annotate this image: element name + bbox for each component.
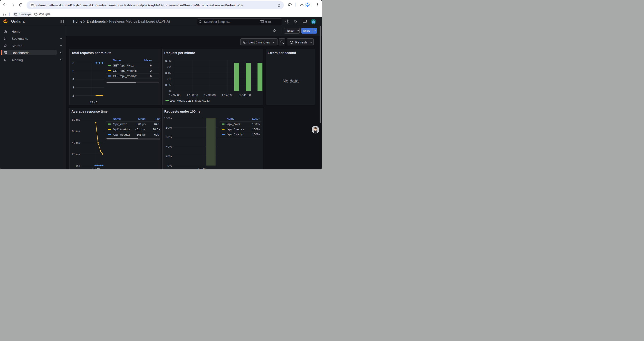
legend-header-last[interactable]: Last *	[156, 117, 160, 121]
table-border	[106, 127, 159, 127]
refresh-group-divider	[308, 39, 308, 45]
table-border	[106, 73, 159, 74]
site-settings-icon[interactable]	[30, 3, 35, 8]
download-icon[interactable]	[300, 3, 304, 7]
refresh-button-group[interactable]: Refresh	[287, 38, 314, 46]
legend-stat: Mean: 0.233	[177, 99, 193, 102]
time-range-picker[interactable]: Last 5 minutes	[240, 38, 278, 46]
help-icon[interactable]	[285, 20, 289, 24]
legend-value: 6	[150, 64, 152, 67]
chevron-down-icon[interactable]	[60, 59, 62, 61]
legend-value: 100%	[252, 122, 260, 126]
chevron-down-icon[interactable]	[60, 38, 62, 39]
legend-scrollbar-thumb[interactable]	[106, 82, 136, 83]
bookmark-blogs[interactable]: 收藏博客	[33, 12, 58, 17]
forward-icon[interactable]	[11, 3, 15, 7]
legend-header-mean[interactable]: Mean	[138, 117, 146, 121]
sidebar-item-label: Starred	[12, 44, 22, 47]
search-input[interactable]: Search or jump to... ⌘+k	[197, 19, 282, 25]
sidebar-item-label: Bookmarks	[12, 37, 28, 40]
zoom-out-button[interactable]	[278, 38, 285, 46]
share-button[interactable]: Share	[302, 28, 312, 34]
menu-dots-icon[interactable]	[317, 3, 318, 6]
reload-icon[interactable]	[19, 3, 23, 7]
display-icon[interactable]	[303, 20, 307, 24]
brand-title[interactable]: Grafana	[11, 19, 24, 24]
chevron-down-icon[interactable]	[60, 52, 62, 54]
table-border	[220, 137, 262, 137]
grafana-header: Grafana Home Dashboards Freeleaps Metric…	[0, 17, 322, 26]
active-item-indicator	[1, 50, 2, 55]
legend-series-name[interactable]: GET /api/_/livez	[113, 64, 134, 67]
table-border	[220, 132, 262, 132]
panel-request-per-minute: Request per minute0.250.20.150.10.05017:…	[162, 49, 264, 105]
sidebar-toggle-icon[interactable]	[60, 20, 64, 24]
panel-title[interactable]: Errors per second	[268, 51, 296, 55]
breadcrumb-chevron-icon	[106, 20, 108, 23]
dashboards-icon	[4, 51, 7, 54]
legend-value: 661 µs	[136, 122, 146, 126]
legend-header-mean[interactable]: Mean	[144, 59, 152, 62]
legend-series-name[interactable]: /api/_/metrics	[113, 128, 130, 131]
legend-series-name[interactable]: /api/_/livez	[113, 122, 127, 126]
breadcrumb-dashboards[interactable]: Dashboards	[87, 20, 106, 24]
legend-header-last[interactable]: Last *	[252, 117, 260, 120]
sidebar-item-dashboards[interactable]: Dashboards	[0, 49, 66, 56]
legend-series-name[interactable]: GET /api/_/metrics	[113, 69, 138, 72]
share-menu-button[interactable]	[312, 28, 317, 34]
grafana-logo[interactable]	[3, 19, 8, 24]
apps-grid-icon[interactable]	[3, 13, 6, 16]
sidebar-item-bookmarks[interactable]: Bookmarks	[0, 35, 66, 42]
legend-series-name[interactable]: GET /api/_/readyz	[113, 74, 137, 78]
legend-series-name[interactable]: /api/_/readyz	[113, 133, 130, 136]
extensions-icon[interactable]	[288, 3, 292, 7]
bookmark-label: 收藏博客	[39, 13, 50, 16]
toolbar-divider	[296, 3, 296, 7]
sidebar-item-starred[interactable]: Starred	[0, 42, 66, 49]
folder-icon	[34, 13, 38, 16]
legend-series-name[interactable]: /api/_/metrics	[226, 128, 244, 131]
panel-requests-under-100ms: Requests under 100ms100%80%60%40%20%0%17…	[162, 108, 264, 170]
sidebar-item-home[interactable]: Home	[0, 28, 66, 35]
legend-header-name[interactable]: Name	[113, 117, 121, 121]
search-placeholder: Search or jump to...	[204, 20, 230, 24]
export-label: Export	[287, 29, 295, 32]
chevron-down-icon[interactable]	[310, 42, 312, 43]
back-icon[interactable]	[3, 3, 7, 7]
profile-icon[interactable]	[305, 3, 310, 7]
legend-series-name[interactable]: /api/_/readyz	[226, 133, 243, 136]
legend-series-name[interactable]: 2xx	[170, 99, 175, 102]
export-button[interactable]: Export	[284, 28, 300, 34]
legend-series-name[interactable]: /api/_/livez	[226, 122, 240, 126]
grafana-app: Grafana Home Dashboards Freeleaps Metric…	[0, 17, 322, 169]
breadcrumb-home[interactable]: Home	[73, 20, 82, 24]
page-scrollbar[interactable]	[320, 26, 321, 123]
bookmark-icon	[4, 37, 6, 40]
series-swatch	[166, 100, 169, 101]
news-rss-icon[interactable]	[294, 20, 298, 24]
table-border	[106, 132, 159, 132]
panel-avg-response-time: Average response time80 ms60 ms40 ms20 m…	[70, 108, 160, 170]
legend-header-name[interactable]: Name	[113, 59, 121, 62]
series-swatch	[222, 134, 225, 135]
series-swatch	[222, 124, 225, 125]
bookmark-freeleaps[interactable]: Freeleaps	[13, 12, 32, 17]
sidebar-item-label: Home	[12, 30, 20, 33]
user-avatar[interactable]	[311, 19, 316, 24]
sidebar-item-alerting[interactable]: Alerting	[0, 56, 66, 63]
browser-chrome: grafana.mathmast.com/d/deytv4rwavabkb/fr…	[0, 0, 322, 17]
floating-avatar[interactable]	[312, 126, 319, 134]
table-border	[220, 121, 262, 122]
legend-scrollbar-thumb[interactable]	[106, 138, 138, 139]
chevron-down-icon[interactable]	[60, 45, 62, 47]
url-text[interactable]: grafana.mathmast.com/d/deytv4rwavabkb/fr…	[35, 3, 276, 7]
legend-value: 646 µs	[154, 122, 160, 126]
favorite-star-icon[interactable]	[273, 29, 276, 33]
address-bar[interactable]: grafana.mathmast.com/d/deytv4rwavabkb/fr…	[26, 1, 284, 10]
table-border	[106, 68, 159, 68]
legend-header-name[interactable]: Name	[226, 117, 234, 120]
table-border	[106, 79, 159, 79]
bookmarks-divider	[9, 13, 10, 16]
legend-value: 6	[150, 74, 152, 78]
bookmark-star-icon[interactable]	[277, 3, 281, 7]
